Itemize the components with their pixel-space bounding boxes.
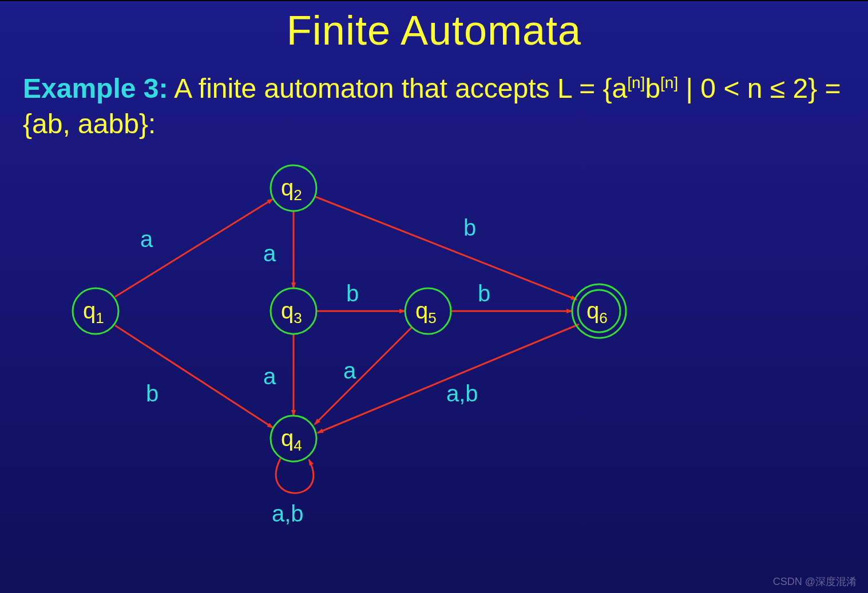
label-q2-q3: a — [263, 241, 276, 266]
state-q5: q5 — [405, 288, 451, 334]
svg-text:q1: q1 — [83, 298, 104, 327]
svg-text:q3: q3 — [281, 298, 302, 327]
state-q2: q2 — [271, 165, 316, 211]
edge-q1-q4 — [115, 325, 273, 428]
svg-text:q6: q6 — [586, 298, 608, 327]
label-q5-q4: a — [343, 358, 356, 383]
automaton-diagram: a b a b b a b a a,b a,b q1 q2 q3 q4 q5 — [0, 1, 868, 593]
label-q1-q2: a — [140, 226, 153, 252]
label-q5-q6: b — [478, 281, 490, 306]
svg-text:q2: q2 — [281, 175, 302, 204]
edge-q1-q2 — [115, 199, 273, 297]
label-q3-q5: b — [346, 281, 359, 306]
label-q1-q4: b — [146, 381, 158, 406]
watermark: CSDN @深度混淆 — [773, 575, 857, 588]
state-q4: q4 — [271, 416, 316, 461]
state-q6-accept: q6 — [572, 284, 626, 338]
svg-text:q4: q4 — [281, 425, 302, 454]
label-q6-q4: a,b — [446, 381, 478, 406]
state-q1: q1 — [73, 288, 118, 334]
label-q4-q4: a,b — [272, 501, 304, 526]
slide: { "title": "Finite Automata", "example_l… — [0, 0, 868, 593]
state-q3: q3 — [271, 288, 316, 334]
edge-q5-q4 — [315, 327, 412, 424]
label-q3-q4: a — [263, 364, 276, 389]
svg-text:q5: q5 — [415, 298, 437, 327]
edge-q4-q4-loop — [276, 459, 313, 493]
label-q2-q6: b — [463, 215, 476, 240]
edge-q6-q4 — [318, 324, 579, 433]
